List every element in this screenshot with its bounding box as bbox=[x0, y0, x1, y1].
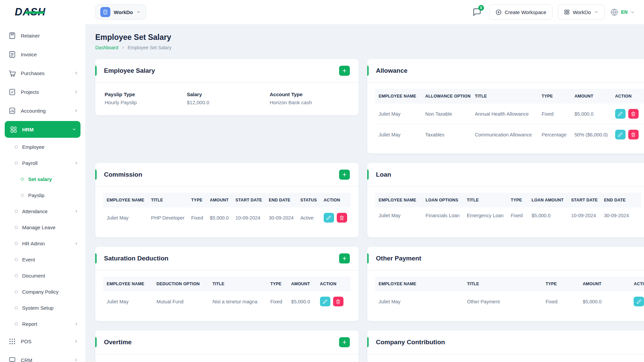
language-selector[interactable]: EN bbox=[610, 8, 635, 16]
column-header: Title bbox=[464, 193, 507, 207]
workdo-apps-menu-button[interactable]: WorkDo bbox=[558, 4, 605, 20]
delete-button[interactable] bbox=[337, 213, 347, 223]
sidebar-item-projects[interactable]: Projects bbox=[0, 82, 85, 101]
column-header: Title bbox=[209, 277, 267, 291]
saturation-deduction-card: Saturation Deduction Employee Name Deduc… bbox=[95, 247, 359, 321]
card-header: Loan bbox=[367, 163, 644, 187]
edit-button[interactable] bbox=[320, 297, 330, 306]
column-header: Employee Name bbox=[375, 277, 464, 291]
salary-details: Payslip Type Hourly Payslip Salary $12,0… bbox=[95, 83, 359, 115]
main-content: Employee Set Salary Dashboard Employee S… bbox=[85, 24, 644, 362]
add-saturation-deduction-button[interactable] bbox=[339, 253, 350, 263]
card-header: Overtime bbox=[95, 330, 359, 354]
sidebar-item-invoice[interactable]: Invoice bbox=[0, 45, 85, 64]
cell-start-date: 10-09-2024 bbox=[232, 207, 265, 228]
cell-type: Fixed bbox=[538, 104, 571, 124]
cell-type: Fixed bbox=[267, 291, 288, 312]
page-title: Employee Set Salary bbox=[95, 33, 634, 42]
table-header-row: Employee Name Allowance Option Title Typ… bbox=[375, 89, 644, 104]
delete-button[interactable] bbox=[628, 109, 639, 119]
bullet-icon bbox=[15, 226, 18, 229]
bullet-icon bbox=[15, 274, 18, 277]
card-title: Commission bbox=[104, 171, 142, 178]
edit-button[interactable] bbox=[634, 297, 644, 306]
column-header: Loan Options bbox=[422, 193, 464, 207]
allowance-card: Allowance Employee Name Allowance Option… bbox=[367, 59, 644, 154]
cell-allowance-option: Non Taxable bbox=[422, 104, 472, 124]
create-workspace-button[interactable]: Create Workspace bbox=[489, 4, 552, 20]
invoice-icon bbox=[8, 50, 16, 58]
column-header: Amount bbox=[571, 89, 612, 104]
column-header: Title bbox=[472, 89, 538, 104]
sidebar-item-company-policy[interactable]: Company Policy bbox=[0, 284, 85, 300]
add-commission-button[interactable] bbox=[339, 170, 350, 180]
cell-loan-options: Financials Loan bbox=[422, 207, 464, 224]
sidebar-item-event[interactable]: Event bbox=[0, 251, 85, 267]
sidebar-item-payroll[interactable]: Payroll bbox=[0, 155, 85, 171]
sidebar-item-document[interactable]: Document bbox=[0, 267, 85, 284]
sidebar-item-system-setup[interactable]: System Setup bbox=[0, 300, 85, 316]
column-header: Type bbox=[188, 193, 206, 207]
chevron-right-icon bbox=[74, 339, 78, 344]
cell-action bbox=[612, 104, 644, 124]
field-label: Payslip Type bbox=[105, 92, 187, 97]
chevron-right-icon bbox=[74, 108, 78, 113]
cell-end-date: 30-09-2024 bbox=[601, 207, 641, 224]
table-row: Juliet May Taxables Communication Allowa… bbox=[375, 124, 644, 145]
chat-badge: 0 bbox=[478, 5, 484, 11]
cell-amount: $5,000.0 bbox=[571, 104, 612, 124]
sidebar-item-pos[interactable]: POS bbox=[0, 332, 85, 351]
edit-button[interactable] bbox=[615, 109, 626, 119]
sidebar-item-purchases[interactable]: Purchases bbox=[0, 64, 85, 82]
app-logo[interactable]: DASH bbox=[0, 6, 85, 18]
sidebar-item-label: Set salary bbox=[28, 176, 52, 182]
add-overtime-button[interactable] bbox=[339, 337, 350, 347]
sidebar-item-set-salary[interactable]: Set salary bbox=[0, 171, 85, 187]
sidebar-item-payslip[interactable]: Payslip bbox=[0, 187, 85, 203]
sidebar-item-employee[interactable]: Employee bbox=[0, 139, 85, 155]
sidebar-item-report[interactable]: Report bbox=[0, 316, 85, 332]
workspace-avatar bbox=[100, 7, 110, 17]
breadcrumb-dashboard-link[interactable]: Dashboard bbox=[95, 45, 118, 50]
add-employee-salary-button[interactable] bbox=[339, 66, 350, 76]
sidebar-item-label: CRM bbox=[21, 357, 32, 362]
messages-button[interactable]: 0 bbox=[470, 5, 484, 19]
workspace-selector[interactable]: WorkDo bbox=[95, 4, 146, 20]
sidebar: Retainer Invoice Purchases Projects Acco… bbox=[0, 24, 85, 362]
card-header: Company Contribution bbox=[367, 330, 644, 354]
delete-button[interactable] bbox=[628, 130, 639, 139]
sidebar-item-label: Payroll bbox=[22, 160, 38, 166]
sidebar-item-label: Projects bbox=[21, 89, 39, 95]
other-payment-table: Employee Name Title Type Amount Action J… bbox=[375, 277, 644, 312]
sidebar-item-crm[interactable]: CRM bbox=[0, 351, 85, 362]
company-contribution-card: Company Contribution bbox=[367, 330, 644, 362]
sidebar-item-attendance[interactable]: Attendance bbox=[0, 203, 85, 219]
cell-amount: $5,000.0 bbox=[579, 291, 630, 312]
column-header: Start Date bbox=[568, 193, 601, 207]
table-row: Juliet May Financials Loan Emergency Loa… bbox=[375, 207, 641, 224]
sidebar-item-accounting[interactable]: Accounting bbox=[0, 101, 85, 120]
cell-employee-name: Juliet May bbox=[103, 291, 153, 312]
saturation-table-wrap: Employee Name Deduction Option Title Typ… bbox=[95, 270, 359, 320]
delete-button[interactable] bbox=[333, 297, 343, 306]
chevron-down-icon bbox=[136, 10, 141, 14]
cell-employee-name: Juliet May bbox=[375, 207, 422, 224]
edit-button[interactable] bbox=[324, 213, 334, 223]
sidebar-item-manage-leave[interactable]: Manage Leave bbox=[0, 219, 85, 235]
workdo-menu-label: WorkDo bbox=[573, 9, 591, 15]
column-header: Employee Name bbox=[103, 193, 148, 207]
sidebar-item-label: Event bbox=[22, 257, 35, 262]
employee-salary-card: Employee Salary Payslip Type Hourly Pays… bbox=[95, 59, 359, 115]
edit-button[interactable] bbox=[615, 130, 626, 139]
allowance-table: Employee Name Allowance Option Title Typ… bbox=[375, 89, 644, 145]
cell-employee-name: Juliet May bbox=[375, 291, 464, 312]
column-header: Start Date bbox=[232, 193, 265, 207]
sidebar-item-hr-admin[interactable]: HR Admin bbox=[0, 235, 85, 251]
sidebar-item-hrm[interactable]: HRM bbox=[5, 121, 80, 138]
bullet-icon bbox=[15, 162, 18, 165]
sidebar-item-retainer[interactable]: Retainer bbox=[0, 26, 85, 45]
column-header: Deduction Option bbox=[153, 277, 209, 291]
cell-amount: 50% ($6,000.0) bbox=[571, 124, 612, 145]
column-header: Amount bbox=[288, 277, 317, 291]
column-header: Title bbox=[464, 277, 542, 291]
